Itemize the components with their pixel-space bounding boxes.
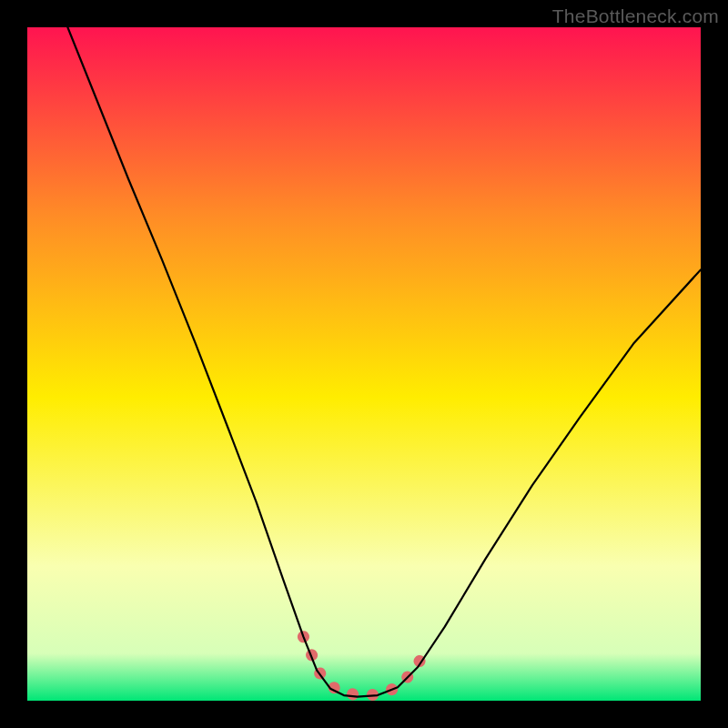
watermark-text: TheBottleneck.com bbox=[552, 5, 719, 27]
gradient-background bbox=[27, 27, 701, 701]
chart-frame: TheBottleneck.com bbox=[0, 0, 728, 728]
plot-area bbox=[27, 27, 701, 701]
chart-svg bbox=[27, 27, 701, 701]
